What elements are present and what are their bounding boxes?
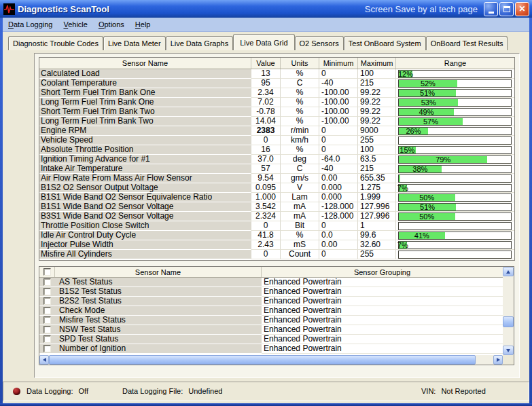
cell-units: % — [281, 88, 319, 98]
cell-sensor-name: Ignition Timing Advance for #1 — [39, 155, 251, 164]
horizontal-scrollbar[interactable] — [39, 355, 503, 365]
checklist-row[interactable]: SPD Test StatusEnhanced Powertrain — [39, 335, 503, 344]
row-checkbox[interactable] — [43, 316, 51, 324]
grid-row[interactable]: B1S1 Wide Band O2 Sensor Voltage3.542mA-… — [39, 202, 514, 212]
range-bar: 41% — [398, 232, 512, 240]
checklist-row[interactable]: Check ModeEnhanced Powertrain — [39, 306, 503, 316]
grid-row[interactable]: Vehicle Speed0km/h0255 — [39, 136, 514, 145]
grid-row[interactable]: Absolute Throttle Position16%010015% — [39, 145, 514, 155]
titlebar-note: Screen Save by al tech page — [365, 4, 478, 14]
range-bar: 49% — [398, 108, 512, 116]
cell-minimum: 0 — [319, 250, 358, 259]
cell-sensor-name: Short Term Fuel Trim Bank Two — [39, 107, 251, 117]
row-checkbox[interactable] — [43, 288, 51, 295]
scroll-up-button[interactable] — [503, 267, 514, 276]
scroll-right-button[interactable] — [493, 355, 503, 365]
cell-units: % — [281, 107, 319, 117]
grid-row[interactable]: Coolant Temperature95C-4021552% — [39, 79, 514, 88]
grid-row[interactable]: Injector Pulse Width2.43mS0.0032.607% — [39, 240, 514, 250]
checklist-checkbox-cell — [39, 335, 55, 344]
row-checkbox[interactable] — [43, 335, 51, 343]
checklist-checkbox-cell — [39, 297, 55, 306]
vertical-scrollbar[interactable] — [503, 267, 514, 355]
tab-test-onboard-system[interactable]: Test OnBoard System — [344, 36, 426, 50]
cell-units: deg — [281, 155, 319, 164]
cell-value: 13 — [251, 69, 281, 79]
range-bar — [398, 222, 512, 230]
cell-value: 14.04 — [251, 117, 281, 126]
row-checkbox[interactable] — [43, 278, 51, 286]
cell-sensor-name: Intake Air Temperature — [39, 164, 251, 174]
grid-row[interactable]: B1S2 O2 Sensor Output Voltage0.095V0.000… — [39, 183, 514, 193]
cell-minimum: 0 — [319, 126, 358, 136]
checklist-row[interactable]: B1S2 Test StatusEnhanced Powertrain — [39, 287, 503, 297]
tab-live-data-grid[interactable]: Live Data Grid — [233, 34, 294, 50]
grid-row[interactable]: Throttle Position Close Switch0Bit01 — [39, 221, 514, 231]
menu-help[interactable]: Help — [130, 18, 156, 31]
grid-row[interactable]: Engine RPM2383r/min0900026% — [39, 126, 514, 136]
cell-minimum: 0.000 — [319, 183, 358, 193]
grid-row[interactable]: Short Term Fuel Trim Bank One2.34%-100.0… — [39, 88, 514, 98]
grid-row[interactable]: Ignition Timing Advance for #137.0deg-64… — [39, 155, 514, 164]
arrow-up-icon — [506, 270, 510, 274]
range-bar: 50% — [398, 193, 512, 202]
scroll-left-button[interactable] — [39, 355, 49, 365]
cell-minimum: -40 — [319, 164, 358, 174]
checklist-sensor-grouping: Enhanced Powertrain — [262, 297, 503, 306]
sensor-grid-header: Sensor Name Value Units Minimum Maximum … — [39, 58, 514, 69]
scroll-down-button[interactable] — [503, 346, 514, 355]
range-bar-label: 50% — [419, 213, 434, 220]
grid-row[interactable]: Intake Air Temperature57C-4021538% — [39, 164, 514, 174]
range-bar: 7% — [398, 184, 512, 192]
cell-units: km/h — [281, 136, 319, 145]
grid-row[interactable]: Misfire All Cylinders0Count0255 — [39, 250, 514, 259]
tab-live-data-meter[interactable]: Live Data Meter — [103, 36, 166, 50]
cell-range: 79% — [396, 155, 514, 164]
maximize-button[interactable] — [499, 2, 514, 16]
menu-options[interactable]: Options — [93, 18, 130, 31]
range-bar-label: 50% — [419, 194, 434, 201]
grid-row[interactable]: Idle Air Control Duty Cycle41.8%0.099.64… — [39, 231, 514, 240]
row-checkbox[interactable] — [43, 326, 51, 333]
cell-minimum: -128.000 — [319, 212, 358, 221]
app-icon[interactable] — [3, 3, 15, 15]
tab-o2-sensors[interactable]: O2 Sensors — [295, 36, 344, 50]
cell-units: V — [281, 183, 319, 193]
cell-units: C — [281, 79, 319, 88]
menu-data-logging[interactable]: Data Logging — [3, 18, 58, 31]
cell-sensor-name: Injector Pulse Width — [39, 240, 251, 250]
horizontal-scroll-thumb[interactable] — [49, 355, 476, 365]
checklist-row[interactable]: B2S2 Test StatusEnhanced Powertrain — [39, 297, 503, 306]
checklist-row[interactable]: AS Test StatusEnhanced Powertrain — [39, 278, 503, 287]
grid-row[interactable]: Long Term Fuel Trim Bank Two14.04%-100.0… — [39, 117, 514, 126]
checklist-header-sensor-name: Sensor Name — [55, 267, 262, 277]
grid-row[interactable]: Air Flow Rate From Mass Air Flow Sensor9… — [39, 174, 514, 183]
row-checkbox[interactable] — [43, 345, 51, 352]
grid-row[interactable]: B1S1 Wide Band O2 Sensor Equivalence Rat… — [39, 193, 514, 202]
range-bar-fill: 7% — [399, 242, 407, 248]
grid-row[interactable]: Calculated Load13%010012% — [39, 69, 514, 79]
vertical-scroll-thumb[interactable] — [503, 316, 514, 327]
minimize-button[interactable] — [484, 2, 498, 16]
checklist-row[interactable]: Number of IgnitionEnhanced Powertrain — [39, 344, 503, 354]
row-checkbox[interactable] — [43, 307, 51, 314]
cell-range: 49% — [396, 107, 514, 117]
tab-live-data-graphs[interactable]: Live Data Graphs — [166, 36, 234, 50]
select-all-checkbox[interactable] — [43, 268, 51, 276]
checklist-row[interactable]: NSW Test StatusEnhanced Powertrain — [39, 325, 503, 335]
grid-row[interactable]: Long Term Fuel Trim Bank One7.02%-100.00… — [39, 98, 514, 107]
cell-minimum: 0.000 — [319, 193, 358, 202]
checklist-sensor-grouping: Enhanced Powertrain — [262, 316, 503, 325]
grid-row[interactable]: Short Term Fuel Trim Bank Two-0.78%-100.… — [39, 107, 514, 117]
row-checkbox[interactable] — [43, 297, 51, 305]
cell-maximum: 99.6 — [358, 231, 396, 240]
checklist-header: Sensor Name Sensor Grouping — [39, 267, 503, 278]
tab-diagnostic-trouble-codes[interactable]: Diagnostic Trouble Codes — [8, 36, 103, 50]
close-button[interactable]: ✕ — [515, 2, 529, 16]
grid-row[interactable]: B3S1 Wide Band O2 Sensor Voltage2.324mA-… — [39, 212, 514, 221]
range-bar: 26% — [398, 127, 512, 135]
menu-vehicle[interactable]: Vehicle — [58, 18, 92, 31]
checklist-row[interactable]: Misfire Test StatusEnhanced Powertrain — [39, 316, 503, 325]
tab-onboard-test-results[interactable]: OnBoard Test Results — [426, 36, 508, 50]
range-bar-label: 51% — [420, 90, 435, 96]
